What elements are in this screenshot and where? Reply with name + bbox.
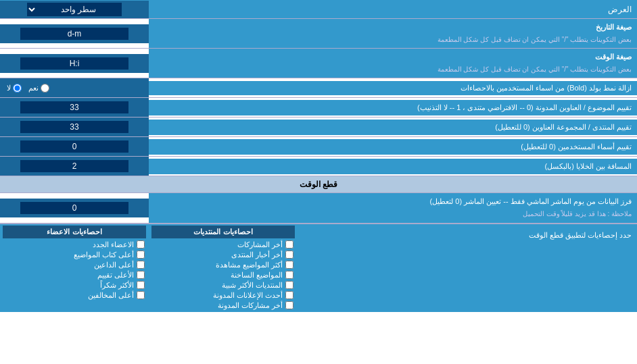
list-item: أكثر المواضيع مشاهدة [151,260,295,270]
col1-header: احصاءيات المنتديات [151,226,295,238]
col1-cb5[interactable] [285,291,293,299]
forum-group-input-cell [0,118,149,136]
time-cut-input-cell [0,199,149,217]
bold-remove-row: ازالة نمط بولد (Bold) من اسماء المستخدمي… [0,78,637,98]
usernames-input[interactable] [20,140,128,153]
col1-cb1[interactable] [285,251,293,259]
time-cut-row: فرز البيانات من يوم الماشر الماشي فقط --… [0,193,637,223]
bottom-main-label: حدد إحصاءيات لتطبيق قطع الوقت [298,224,637,244]
col2: احصاءيات الاعضاء الاعضاء الجدد أعلى كتاب… [0,224,149,312]
col2-cb4[interactable] [137,281,145,289]
distance-input-cell [0,157,149,176]
time-format-input[interactable] [20,57,128,70]
date-format-row: صيغة التاريخ بعض التكوينات يتطلب "/" الت… [0,19,637,49]
time-format-label: صيغة الوقت بعض التكوينات يتطلب "/" التي … [149,49,637,78]
topics-titles-label: تقييم الموضوع / العناوين المدونة (0 -- ا… [149,100,637,115]
usernames-input-cell [0,137,149,156]
date-format-label: صيغة التاريخ بعض التكوينات يتطلب "/" الت… [149,19,637,48]
usernames-row: تقييم أسماء المستخدمين (0 للتعطيل) [0,137,637,157]
list-item: الأعلى تقييم [3,270,146,280]
display-select[interactable]: سطر واحدسطرينثلاثة أسطر [27,3,122,16]
list-item: الأكثر شكراً [3,280,146,290]
radio-yes-label: نعم [28,84,39,93]
forum-group-row: تقييم المنتدى / المجموعة العناوين (0 للت… [0,118,637,137]
col2-header: احصاءيات الاعضاء [3,226,146,238]
distance-input[interactable] [20,160,128,172]
forum-group-label: تقييم المنتدى / المجموعة العناوين (0 للت… [149,120,637,135]
radio-cell: نعم لا [0,78,149,97]
radio-no-input[interactable] [13,84,22,93]
usernames-label: تقييم أسماء المستخدمين (0 للتعطيل) [149,139,637,155]
topics-titles-input-cell [0,98,149,117]
distance-row: المسافة بين الخلايا (بالبكسل) [0,157,637,176]
bold-remove-label: ازالة نمط بولد (Bold) من اسماء المستخدمي… [149,81,637,95]
col2-cb1[interactable] [137,251,145,259]
col1-cb2[interactable] [285,261,293,269]
topics-titles-row: تقييم الموضوع / العناوين المدونة (0 -- ا… [0,98,637,118]
top-label: العرض [149,2,637,17]
time-cut-label: فرز البيانات من يوم الماشر الماشي فقط --… [149,193,637,222]
col1-cb3[interactable] [285,271,293,279]
radio-no: لا [7,84,22,93]
time-format-row: صيغة الوقت بعض التكوينات يتطلب "/" التي … [0,49,637,78]
topics-titles-input[interactable] [20,101,128,113]
list-item: أخر مشاركات المدونة [151,301,295,311]
section-header: قطع الوقت [0,176,637,193]
list-item: أعلى كتاب المواضيع [3,250,146,260]
list-item: أحدث الإعلانات المدونة [151,290,295,301]
list-item: المنتديات الأكثر شبية [151,280,295,290]
distance-label: المسافة بين الخلايا (بالبكسل) [149,159,637,174]
list-item: الاعضاء الجدد [3,240,146,250]
col1-cb4[interactable] [285,281,293,289]
date-format-input[interactable] [20,28,128,40]
col1-cb0[interactable] [285,240,293,249]
list-item: أعلى الداعين [3,260,146,270]
time-format-input-cell [0,54,149,73]
col2-cb5[interactable] [137,291,145,299]
checkbox-columns: احصاءيات المنتديات أخر المشاركات أخر أخب… [0,224,298,312]
col2-cb0[interactable] [137,240,145,249]
col2-cb3[interactable] [137,271,145,279]
time-cut-input[interactable] [20,202,128,214]
list-item: أخر أخبار المنتدى [151,250,295,260]
radio-yes: نعم [28,84,49,93]
col1: احصاءيات المنتديات أخر المشاركات أخر أخب… [149,224,298,312]
list-item: أخر المشاركات [151,240,295,250]
col1-cb6[interactable] [285,301,293,309]
radio-no-label: لا [7,84,11,93]
top-select-cell: سطر واحدسطرينثلاثة أسطر [0,1,149,18]
top-row: العرض سطر واحدسطرينثلاثة أسطر [0,0,637,19]
bottom-section: حدد إحصاءيات لتطبيق قطع الوقت احصاءيات ا… [0,224,637,312]
radio-yes-input[interactable] [41,84,49,93]
date-format-input-cell [0,24,149,43]
list-item: المواضيع الساخنة [151,270,295,280]
forum-group-input[interactable] [20,121,128,133]
list-item: أعلى المخالفين [3,290,146,301]
col2-cb2[interactable] [137,261,145,269]
